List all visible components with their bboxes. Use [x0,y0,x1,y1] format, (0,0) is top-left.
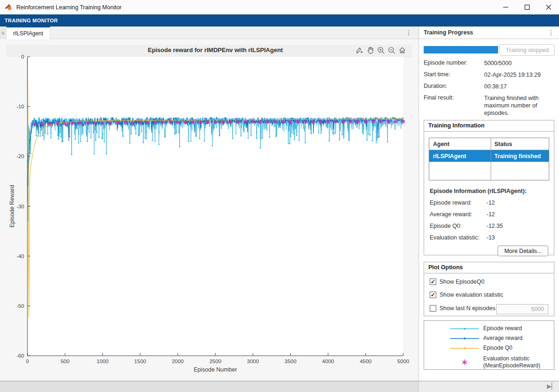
episode-q0-stat: Episode Q0: -12.35 [430,223,550,229]
maximize-button[interactable] [516,0,538,14]
field-label: Final result: [424,94,484,117]
episode-number-row: Episode number: 5000/5000 [424,60,555,67]
checkbox[interactable] [430,305,436,312]
panel-title: Training Progress [424,29,473,36]
svg-text:0: 0 [21,54,24,60]
collapse-panel-icon[interactable]: ▶▏ [547,383,556,390]
checkbox-label: Show evaluation statistic [439,292,503,298]
legend-item-episode-q0: Episode Q0 [424,344,554,352]
svg-text:2500: 2500 [209,359,221,364]
plot-options-title: Plot Options [424,262,554,273]
svg-text:3500: 3500 [285,359,297,364]
chart-legend: Episode reward Average reward Episode Q0… [424,320,554,370]
show-last-n-episodes-option[interactable]: Show last N episodes [430,305,495,312]
reward-plot: 0500100015002000250030003500400045005000… [0,39,419,381]
tab-label: rILSPIAgent [13,30,43,37]
training-information-group: Training Information Agent Status rILSPI… [424,120,554,255]
svg-text:500: 500 [60,359,69,364]
training-progress-bar [424,46,498,53]
final-result-row: Final result: Training finished with max… [424,94,555,117]
restore-view-icon[interactable] [398,46,407,55]
svg-text:Episode Number: Episode Number [193,366,237,373]
checkbox[interactable]: ✓ [430,279,436,285]
status-bar: ▶▏ [0,381,559,392]
training-progress-header: Training Progress ⋮ [419,27,559,39]
svg-text:2000: 2000 [172,359,184,364]
tab-rilspiagent[interactable]: rILSPIAgent [7,27,50,39]
more-details-button[interactable]: More Details... [498,246,548,256]
svg-text:3000: 3000 [247,359,259,364]
title-bar: Reinforcement Learning Training Monitor [0,0,559,14]
checkbox-label: Show last N episodes [439,305,495,312]
zoom-in-icon[interactable] [376,46,386,55]
table-header-row: Agent Status [429,138,549,150]
agent-status-table: Agent Status rILSPIAgent Training finish… [429,138,549,180]
tab-strip-menu-icon[interactable]: ⋮ [406,29,412,36]
show-evaluation-statistic-option[interactable]: ✓ Show evaluation statistic [430,292,503,298]
stat-value: -13 [486,234,495,241]
field-value: 5000/5000 [484,60,555,67]
field-value: 02-Apr-2025 19:13:29 [484,71,555,79]
evaluation-statistic-asterisk-icon [450,359,479,366]
svg-text:1000: 1000 [97,359,109,364]
axes-toolbar [355,46,407,55]
svg-text:-50: -50 [16,303,24,309]
export-icon[interactable] [355,46,364,55]
episode-information-title: Episode Information (rILSPIAgent): [430,188,526,194]
show-episodeq0-option[interactable]: ✓ Show EpisodeQ0 [430,279,485,285]
evaluation-statistic-stat: Evaluation statistic: -13 [430,234,550,241]
checkbox-label: Show EpisodeQ0 [439,279,485,285]
field-label: Start time: [424,71,484,79]
matlab-logo-icon [4,3,12,11]
field-label: Episode number: [424,60,484,67]
svg-text:5000: 5000 [397,359,409,364]
app-window: Reinforcement Learning Training Monitor … [0,0,559,392]
legend-label: Evaluation statistic(MeanEpisodeReward) [479,355,540,369]
svg-text:4000: 4000 [322,359,334,364]
plot-options-group: Plot Options ✓ Show EpisodeQ0 ✓ Show eva… [424,262,554,316]
legend-item-episode-reward: Episode reward [424,324,554,333]
start-time-row: Start time: 02-Apr-2025 19:13:29 [424,71,555,79]
close-button[interactable] [538,0,559,14]
episode-reward-line-marker-icon [450,326,479,331]
field-value: 00:38:17 [484,83,555,90]
stat-label: Evaluation statistic: [430,234,486,241]
svg-text:-30: -30 [16,204,24,209]
agent-cell: rILSPIAgent [429,153,491,159]
legend-label: Average reward [479,335,523,342]
episode-q0-line-marker-icon [450,346,479,351]
svg-text:-10: -10 [16,104,24,109]
svg-text:4500: 4500 [359,359,372,364]
pan-icon[interactable] [366,46,375,55]
n-episodes-input[interactable] [496,304,548,314]
legend-item-evaluation-statistic: Evaluation statistic(MeanEpisodeReward) [424,354,554,370]
table-row[interactable]: rILSPIAgent Training finished [429,150,549,162]
episode-reward-stat: Episode reward: -12 [430,199,550,206]
tab-strip-grip-icon[interactable]: ≡ [0,27,7,39]
training-stopped-button[interactable]: Training stopped [499,44,555,56]
average-reward-line-marker-icon [450,336,479,341]
field-label: Duration: [424,83,484,90]
toolstrip: TRAINING MONITOR [0,14,559,27]
legend-label: Episode reward [479,325,522,332]
column-header-agent: Agent [429,141,491,147]
svg-text:-60: -60 [16,353,24,359]
stat-label: Episode Q0: [430,223,486,229]
stat-value: -12 [486,199,495,206]
svg-text:-40: -40 [16,253,24,259]
checkbox[interactable]: ✓ [430,292,436,298]
minimize-button[interactable] [495,0,516,14]
toolstrip-tab-training-monitor[interactable]: TRAINING MONITOR [5,18,58,23]
chart-title: Episode reward for rIMDPEnv with rILSPIA… [27,47,403,53]
panel-menu-icon[interactable]: ⋮ [548,29,554,36]
svg-text:Episode Reward: Episode Reward [9,185,15,228]
duration-row: Duration: 00:38:17 [424,83,555,90]
stat-value: -12.35 [486,223,503,229]
zoom-out-icon[interactable] [387,46,396,55]
stat-label: Episode reward: [430,199,486,206]
stat-value: -12 [486,211,495,218]
figure-document: 0500100015002000250030003500400045005000… [0,39,419,381]
document-scroll-strip[interactable] [0,381,419,392]
average-reward-stat: Average reward: -12 [430,211,550,218]
svg-text:-20: -20 [16,153,24,159]
